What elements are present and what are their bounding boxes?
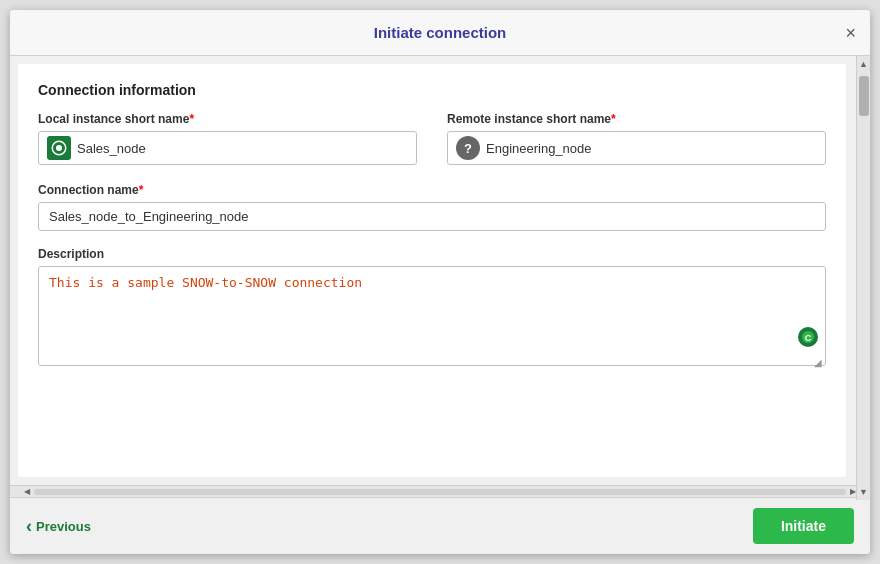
dialog-title: Initiate connection <box>374 24 507 41</box>
local-instance-input[interactable] <box>77 141 408 156</box>
local-instance-group: Local instance short name* <box>38 112 417 165</box>
svg-text:C: C <box>805 333 812 343</box>
connection-name-label: Connection name* <box>38 183 826 197</box>
local-instance-label: Local instance short name* <box>38 112 417 126</box>
section-title: Connection information <box>38 82 826 98</box>
remote-instance-group: Remote instance short name* ? <box>447 112 826 165</box>
scroll-left-arrow[interactable]: ◀ <box>24 487 30 496</box>
dialog-footer: Previous Initiate <box>10 497 870 554</box>
local-instance-icon <box>47 136 71 160</box>
local-instance-input-wrapper <box>38 131 417 165</box>
vertical-scrollbar[interactable]: ▲ ▼ <box>856 56 870 500</box>
description-wrapper: C ◢ <box>38 266 826 369</box>
description-textarea[interactable] <box>38 266 826 366</box>
remote-instance-input-wrapper: ? <box>447 131 826 165</box>
scroll-down-arrow[interactable]: ▼ <box>857 484 870 500</box>
remote-instance-input[interactable] <box>486 141 817 156</box>
scroll-up-arrow[interactable]: ▲ <box>857 56 870 72</box>
instance-row: Local instance short name* Remote instan… <box>38 112 826 165</box>
scroll-thumb[interactable] <box>859 76 869 116</box>
connection-name-input[interactable] <box>38 202 826 231</box>
h-scroll-track <box>34 489 846 495</box>
remote-instance-label: Remote instance short name* <box>447 112 826 126</box>
svg-point-1 <box>56 145 62 151</box>
dialog-header: Initiate connection × <box>10 10 870 56</box>
description-group: Description C ◢ <box>38 247 826 369</box>
close-button[interactable]: × <box>845 24 856 42</box>
previous-button[interactable]: Previous <box>26 517 91 535</box>
dialog: Initiate connection × ▲ ▼ Connection inf… <box>10 10 870 554</box>
description-label: Description <box>38 247 826 261</box>
remote-instance-icon: ? <box>456 136 480 160</box>
horizontal-scrollbar[interactable]: ◀ ▶ <box>10 485 870 497</box>
initiate-button[interactable]: Initiate <box>753 508 854 544</box>
resize-handle[interactable]: ◢ <box>814 357 824 367</box>
description-icon: C <box>798 327 818 347</box>
connection-name-group: Connection name* <box>38 183 826 231</box>
dialog-body: Connection information Local instance sh… <box>18 64 846 477</box>
